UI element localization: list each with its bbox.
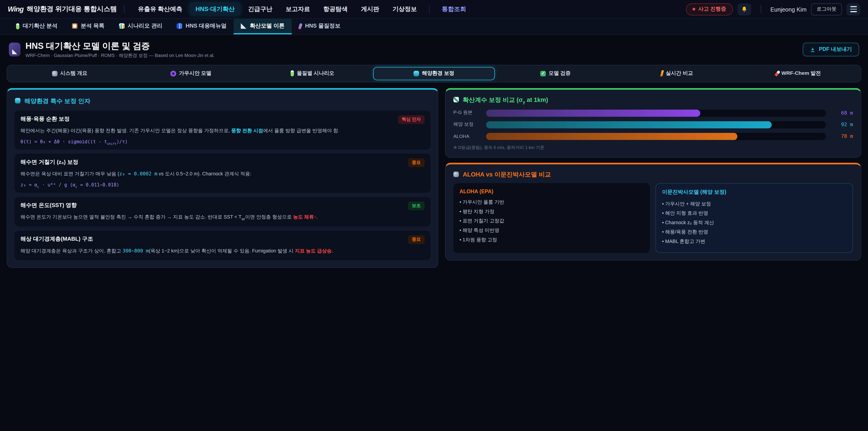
page-title-icon: [9, 43, 20, 57]
bar-track: [486, 133, 826, 140]
incident-status-badge: 사고 진행중: [686, 3, 733, 15]
wing-logo-icon: Wing: [8, 5, 24, 13]
marine-model-feature-list: • 가우시안 + 해양 보정• 해안 지형 효과 반영• Charnock z₀…: [662, 199, 846, 247]
bar-value: 92 m: [831, 122, 853, 127]
brand-logo[interactable]: Wing 해양환경 위기대응 통합시스템: [8, 4, 117, 14]
nav-item-weather[interactable]: 기상정보: [386, 2, 423, 16]
bar-row-pg-original: P-G 원본 68 m: [454, 110, 853, 117]
nav-item-emergency-rescue[interactable]: 긴급구난: [242, 2, 278, 16]
bullet-item: • 표면 거칠기 고정값: [460, 217, 644, 226]
subtab-scenario-management[interactable]: 시나리오 관리: [112, 19, 170, 34]
tab-wrf-chem-evolution[interactable]: WRF-Chem 발전: [738, 67, 859, 80]
formula: z₀ = αc · u*² / g (αc ≈ 0.011~0.018): [21, 182, 425, 187]
status-dot-icon: [693, 8, 695, 10]
right-column: 확산계수 보정 비교 (σy at 1km) P-G 원본 68 m 해양 보정…: [445, 88, 862, 260]
wave-icon: [414, 71, 419, 76]
comparison-grid: ALOHA (EPA) • 가우시안 플룸 기반• 평탄 지형 가정• 표면 거…: [454, 183, 853, 253]
card-sst-effect: 해수면 온도(SST) 영향 보조 해수면 온도가 기온보다 높으면 열적 불안…: [14, 197, 431, 226]
wave-icon: [15, 98, 20, 103]
sigma-comparison-panel: 확산계수 보정 비교 (σy at 1km) P-G 원본 68 m 해양 보정…: [445, 88, 862, 158]
microscope-icon: [454, 172, 459, 177]
subtab-dispersion-model-theory[interactable]: 확산모델 이론: [234, 19, 292, 34]
user-name: Eunjeong Kim: [770, 6, 807, 12]
cyclone-icon: [170, 71, 176, 76]
pdf-export-button[interactable]: PDF 내보내기: [803, 43, 859, 57]
model-comparison-panel: ALOHA vs 이문진박사모델 비교 ALOHA (EPA) • 가우시안 플…: [445, 163, 862, 260]
chart-increasing-icon: [454, 97, 459, 102]
bullet-item: • 평탄 지형 가정: [460, 207, 644, 217]
aloha-heading: ALOHA (EPA): [460, 188, 644, 194]
bullet-item: • 해양 특성 미반영: [460, 226, 644, 236]
nav-item-board[interactable]: 게시판: [355, 2, 385, 16]
test-tube-icon: [16, 23, 20, 29]
bar-fill: [486, 133, 738, 140]
nav-item-aerial-search[interactable]: 항공탐색: [317, 2, 354, 16]
download-icon: [810, 47, 815, 53]
bell-icon: [741, 6, 747, 12]
bar-chart-icon: [119, 23, 124, 29]
bar-fill: [486, 121, 772, 128]
menu-button[interactable]: [846, 3, 860, 15]
card-body: 해양 대기경계층은 육상과 구조가 상이. 혼합고 300~800 m(육상 1…: [21, 247, 425, 255]
bar-value: 68 m: [831, 110, 853, 116]
divider: [429, 5, 430, 13]
page-title-block: HNS 대기확산 모델 이론 및 검증 WRF-Chem · Gaussian …: [26, 41, 215, 59]
tab-system-overview[interactable]: 시스템 개요: [9, 67, 130, 80]
tab-model-validation[interactable]: 모델 검증: [495, 67, 616, 80]
book-icon: [177, 23, 182, 29]
subtab-hns-response-manual[interactable]: HNS 대응매뉴얼: [169, 19, 234, 34]
brand-title: 해양환경 위기대응 통합시스템: [27, 4, 117, 14]
section-tabs: 시스템 개요 가우시안 모델 물질별 시나리오 해양환경 보정 모델 검증 실시…: [6, 65, 861, 82]
sub-nav: 대기확산 분석 분석 목록 시나리오 관리 HNS 대응매뉴얼 확산모델 이론 …: [0, 19, 868, 35]
status-badge: 보조: [408, 202, 425, 210]
marine-model-heading: 이문진박사모델 (해양 보정): [662, 189, 846, 196]
aloha-feature-list: • 가우시안 플룸 기반• 평탄 지형 가정• 표면 거칠기 고정값• 해양 특…: [460, 197, 644, 245]
hamburger-icon: [850, 6, 857, 12]
comparison-panel-title: ALOHA vs 이문진박사모델 비교: [454, 171, 853, 179]
subtab-analysis-list[interactable]: 분석 목록: [65, 19, 112, 34]
card-surface-roughness: 해수면 거칠기 (z₀) 보정 중요 해수면은 육상 대비 표면 거칠기가 매우…: [14, 154, 431, 192]
nav-item-integrated-search[interactable]: 통합조회: [436, 2, 472, 16]
page-header: HNS 대기확산 모델 이론 및 검증 WRF-Chem · Gaussian …: [0, 35, 868, 63]
page-subtitle: WRF-Chem · Gaussian Plume/Puff · ROMS · …: [26, 53, 215, 59]
subtab-hns-substance-info[interactable]: HNS 물질정보: [292, 19, 348, 34]
tab-marine-environment-correction[interactable]: 해양환경 보정: [373, 67, 495, 80]
triangle-ruler-icon: [241, 23, 246, 29]
nav-item-reports[interactable]: 보고자료: [280, 2, 316, 16]
correction-factors-title: 해양환경 특수 보정 인자: [15, 97, 430, 105]
card-sea-land-breeze: 해풍·육풍 순환 보정 핵심 인자 해안에서는 주간(해풍)·야간(육풍) 풍향…: [14, 111, 431, 149]
aloha-column: ALOHA (EPA) • 가우시안 플룸 기반• 평탄 지형 가정• 표면 거…: [454, 183, 650, 253]
correction-factors-panel: 해양환경 특수 보정 인자 해풍·육풍 순환 보정 핵심 인자 해안에서는 주간…: [6, 88, 438, 268]
dna-icon: [298, 23, 303, 29]
subtab-dispersion-analysis[interactable]: 대기확산 분석: [9, 19, 65, 34]
tab-gaussian-model[interactable]: 가우시안 모델: [130, 67, 252, 80]
formula: θ(t) = θ₀ + Δθ · sigmoid((t - tshift)/τ): [21, 139, 425, 144]
logout-button[interactable]: 로그아웃: [811, 3, 842, 15]
tab-realtime-comparison[interactable]: 실시간 비교: [616, 67, 738, 80]
divider: [761, 5, 761, 13]
marine-model-column: 이문진박사모델 (해양 보정) • 가우시안 + 해양 보정• 해안 지형 효과…: [655, 183, 853, 253]
card-title: 해풍·육풍 순환 보정: [21, 115, 70, 123]
tab-substance-scenarios[interactable]: 물질별 시나리오: [252, 67, 373, 80]
triangle-ruler-icon: [12, 50, 17, 55]
nav-item-oil-spill-prediction[interactable]: 유출유 확산예측: [132, 2, 188, 16]
sigma-panel-title: 확산계수 보정 비교 (σy at 1km): [454, 96, 853, 104]
nav-item-hns-dispersion[interactable]: HNS·대기확산: [189, 2, 241, 16]
check-icon: [540, 71, 546, 76]
bullet-item: • 1차원 풍향 고정: [460, 236, 644, 245]
card-title: 해수면 온도(SST) 영향: [21, 202, 77, 209]
status-badge: 중요: [408, 235, 425, 244]
main-content: 해양환경 특수 보정 인자 해풍·육풍 순환 보정 핵심 인자 해안에서는 주간…: [0, 88, 868, 268]
bar-row-marine-corrected: 해양 보정 92 m: [454, 121, 853, 128]
page-title: HNS 대기확산 모델 이론 및 검증: [26, 41, 215, 51]
top-nav-right: 사고 진행중 Eunjeong Kim 로그아웃: [686, 3, 860, 15]
top-nav-items: 유출유 확산예측 HNS·대기확산 긴급구난 보고자료 항공탐색 게시판 기상정…: [132, 2, 472, 16]
microscope-icon: [52, 71, 57, 76]
card-body: 해수면 온도가 기온보다 높으면 열적 불안정 촉진 → 수직 혼합 증가 → …: [21, 213, 425, 221]
test-tube-icon: [291, 70, 294, 76]
bar-label: ALOHA: [454, 133, 481, 139]
status-badge: 핵심 인자: [398, 115, 425, 124]
card-body: 해수면은 육상 대비 표면 거칠기가 매우 낮음 (z₀ ≈ 0.0002 m …: [21, 170, 425, 178]
notifications-button[interactable]: [737, 3, 751, 15]
bar-track: [486, 110, 826, 117]
